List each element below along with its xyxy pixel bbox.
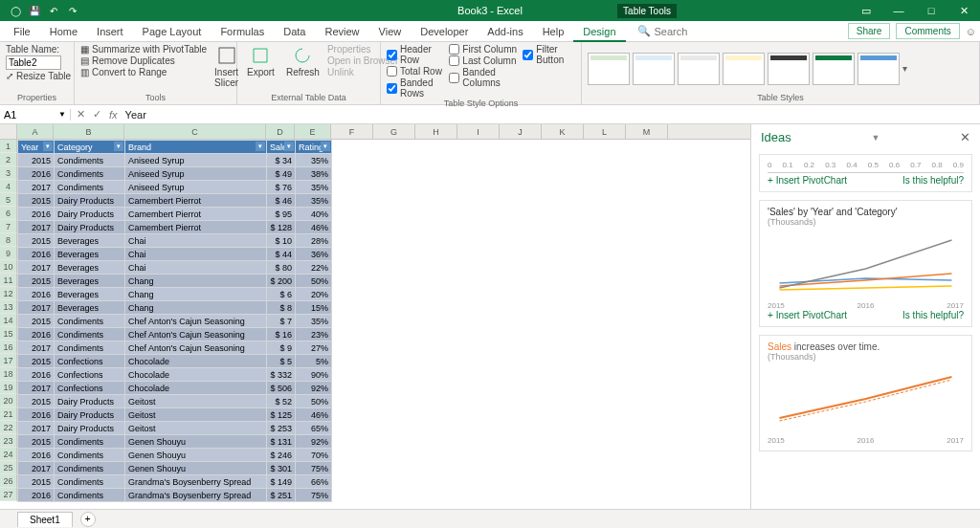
table-row[interactable]: 2016CondimentsAniseed Syrup$ 4938% <box>18 167 332 181</box>
row-header[interactable]: 4 <box>0 180 17 193</box>
column-header[interactable]: H <box>415 124 457 139</box>
row-header[interactable]: 5 <box>0 193 17 207</box>
close-icon[interactable]: ✕ <box>947 0 980 21</box>
filter-dropdown-icon[interactable]: ▾ <box>256 142 265 151</box>
column-header[interactable]: M <box>626 124 668 139</box>
comments-button[interactable]: Comments <box>896 23 959 39</box>
row-header[interactable]: 19 <box>0 381 17 394</box>
save-icon[interactable]: 💾 <box>27 3 42 18</box>
autosave-toggle[interactable]: ◯ <box>8 3 23 18</box>
close-pane-icon[interactable]: ✕ <box>960 130 970 144</box>
summarize-pivot-button[interactable]: ▦Summarize with PivotTable <box>80 44 207 55</box>
redo-icon[interactable]: ↷ <box>65 3 80 18</box>
table-row[interactable]: 2016Dairy ProductsCamembert Pierrot$ 954… <box>18 208 332 221</box>
column-header[interactable]: I <box>457 124 500 139</box>
column-header[interactable]: L <box>584 124 626 139</box>
row-header[interactable]: 1 <box>0 140 17 153</box>
share-button[interactable]: Share <box>848 23 891 39</box>
table-row[interactable]: 2015CondimentsChef Anton's Cajun Seasoni… <box>18 315 332 328</box>
column-header[interactable]: C <box>124 124 266 139</box>
filter-dropdown-icon[interactable]: ▾ <box>43 142 53 151</box>
table-row[interactable]: 2015ConfectionsChocolade$ 55% <box>18 355 332 368</box>
column-header[interactable]: J <box>500 124 542 139</box>
helpful-link[interactable]: Is this helpful? <box>902 175 964 186</box>
column-header[interactable]: A <box>17 124 54 139</box>
row-header[interactable]: 10 <box>0 260 17 274</box>
row-header[interactable]: 26 <box>0 474 17 488</box>
undo-icon[interactable]: ↶ <box>46 3 61 18</box>
first-column-checkbox[interactable]: First Column <box>449 44 519 55</box>
total-row-checkbox[interactable]: Total Row <box>387 66 445 77</box>
table-row[interactable]: 2015Dairy ProductsGeitost$ 5250% <box>18 395 332 408</box>
dropdown-icon[interactable]: ▼ <box>871 133 880 143</box>
filter-dropdown-icon[interactable]: ▾ <box>284 142 294 151</box>
row-header[interactable]: 3 <box>0 166 17 180</box>
ribbon-tab-page-layout[interactable]: Page Layout <box>133 23 212 40</box>
row-header[interactable]: 12 <box>0 287 17 300</box>
table-style-swatch[interactable] <box>633 53 675 85</box>
gallery-more-icon[interactable]: ▾ <box>902 63 907 74</box>
row-header[interactable]: 25 <box>0 461 17 474</box>
sheet-tab[interactable]: Sheet1 <box>17 512 73 527</box>
row-header[interactable]: 7 <box>0 220 17 233</box>
row-header[interactable]: 8 <box>0 233 17 247</box>
column-header[interactable]: B <box>54 124 124 139</box>
table-header[interactable]: Rating▾ <box>296 141 332 154</box>
formula-bar[interactable]: Year <box>125 109 146 121</box>
table-row[interactable]: 2016CondimentsGenen Shouyu$ 24670% <box>18 449 332 462</box>
row-header[interactable]: 9 <box>0 247 17 260</box>
banded-columns-checkbox[interactable]: Banded Columns <box>449 67 519 88</box>
table-row[interactable]: 2017CondimentsChef Anton's Cajun Seasoni… <box>18 341 332 355</box>
table-row[interactable]: 2015CondimentsGenen Shouyu$ 13192% <box>18 435 332 449</box>
row-header[interactable]: 13 <box>0 300 17 314</box>
table-row[interactable]: 2016BeveragesChang$ 620% <box>18 288 332 301</box>
ribbon-tab-add-ins[interactable]: Add-ins <box>478 23 532 40</box>
column-header[interactable]: K <box>542 124 584 139</box>
row-header[interactable]: 6 <box>0 207 17 220</box>
maximize-icon[interactable]: □ <box>915 0 947 21</box>
table-row[interactable]: 2017BeveragesChai$ 8022% <box>18 261 332 275</box>
ribbon-tab-help[interactable]: Help <box>533 23 574 40</box>
row-header[interactable]: 24 <box>0 448 17 461</box>
row-header[interactable]: 27 <box>0 488 17 501</box>
table-row[interactable]: 2015CondimentsAniseed Syrup$ 3435% <box>18 154 332 167</box>
ribbon-tab-home[interactable]: Home <box>40 23 87 40</box>
table-row[interactable]: 2015CondimentsGrandma's Boysenberry Spre… <box>18 475 332 489</box>
ribbon-tab-file[interactable]: File <box>4 23 40 40</box>
fx-icon[interactable]: fx <box>109 109 118 121</box>
resize-table-button[interactable]: ⤢Resize Table <box>6 71 71 81</box>
refresh-button[interactable]: Refresh <box>282 44 323 79</box>
table-header[interactable]: Brand▾ <box>125 141 267 154</box>
row-header[interactable]: 11 <box>0 274 17 287</box>
row-header[interactable]: 15 <box>0 327 17 341</box>
cancel-formula-icon[interactable]: ✕ <box>77 108 85 121</box>
column-header[interactable]: E <box>295 124 331 139</box>
column-header[interactable]: F <box>331 124 373 139</box>
table-style-swatch[interactable] <box>858 53 900 85</box>
table-row[interactable]: 2017Dairy ProductsCamembert Pierrot$ 128… <box>18 221 332 234</box>
table-row[interactable]: 2017BeveragesChang$ 815% <box>18 301 332 315</box>
remove-duplicates-button[interactable]: ▤Remove Duplicates <box>80 55 207 66</box>
table-style-swatch[interactable] <box>588 53 630 85</box>
table-styles-gallery[interactable]: ▾ <box>588 44 973 93</box>
table-row[interactable]: 2016ConfectionsChocolade$ 33290% <box>18 368 332 382</box>
ribbon-tab-insert[interactable]: Insert <box>87 23 133 40</box>
header-row-checkbox[interactable]: Header Row <box>387 44 445 65</box>
convert-range-button[interactable]: ▥Convert to Range <box>80 67 207 77</box>
table-row[interactable]: 2016CondimentsChef Anton's Cajun Seasoni… <box>18 328 332 341</box>
ribbon-tab-review[interactable]: Review <box>315 23 368 40</box>
filter-button-checkbox[interactable]: Filter Button <box>523 44 575 65</box>
row-header[interactable]: 21 <box>0 407 17 421</box>
table-style-swatch[interactable] <box>813 53 855 85</box>
row-header[interactable]: 2 <box>0 153 17 166</box>
last-column-checkbox[interactable]: Last Column <box>449 55 519 66</box>
worksheet-grid[interactable]: ABCDEFGHIJKLM 12345678910111213141516171… <box>0 124 750 509</box>
table-header[interactable]: Year▾ <box>18 141 55 154</box>
table-row[interactable]: 2016CondimentsGrandma's Boysenberry Spre… <box>18 489 332 502</box>
row-header[interactable]: 14 <box>0 314 17 327</box>
row-header[interactable]: 23 <box>0 434 17 448</box>
table-row[interactable]: 2017CondimentsAniseed Syrup$ 7635% <box>18 181 332 194</box>
export-button[interactable]: Export <box>243 44 278 79</box>
table-header[interactable]: Sales▾ <box>267 141 296 154</box>
row-header[interactable]: 20 <box>0 394 17 407</box>
